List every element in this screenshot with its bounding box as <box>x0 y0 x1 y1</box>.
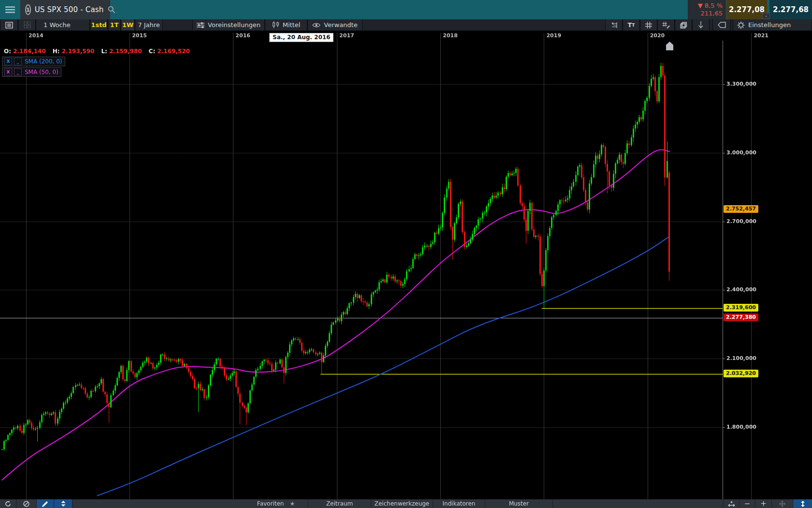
crosshair-icon[interactable] <box>772 499 793 508</box>
timeframe-1w-button[interactable]: 1W <box>121 19 135 30</box>
sma200-legend: X _ SMA (200, 0) <box>2 57 65 66</box>
search-icon[interactable] <box>108 6 116 14</box>
grid-settings-icon[interactable] <box>640 19 657 30</box>
zoom-out-button[interactable]: − <box>740 499 755 508</box>
sma200-remove-button[interactable]: X <box>4 58 12 65</box>
sliders-icon <box>197 22 204 29</box>
snap-magnet-icon[interactable] <box>692 19 710 30</box>
change-points: 211,65 <box>688 10 723 17</box>
star-icon: ★ <box>290 500 295 507</box>
instrument-number-badge: 1 <box>25 4 31 15</box>
eye-icon <box>312 22 320 28</box>
daily-change-badge: ▼ 8,5 % 211,65 <box>688 0 726 19</box>
sma50-remove-button[interactable]: X <box>4 68 12 76</box>
instrument-tab[interactable]: 1 US SPX 500 - Cash <box>20 0 110 19</box>
favorites-tab[interactable]: Favoriten ★ <box>244 499 308 508</box>
range-select[interactable]: 7 Jahre <box>135 19 163 30</box>
refresh-icon[interactable] <box>0 499 16 508</box>
date-tooltip: Sa., 20 Aug. 2016 <box>269 33 334 42</box>
related-markets-button[interactable]: Verwandte <box>307 19 362 30</box>
sma50-minimize-button[interactable]: _ <box>14 68 22 76</box>
text-size-icon[interactable]: TT <box>623 19 640 30</box>
price-chart-canvas[interactable] <box>0 31 812 499</box>
zoom-in-button[interactable]: + <box>755 499 772 508</box>
sma200-minimize-button[interactable]: _ <box>14 58 22 65</box>
close-value: 2.169,520 <box>157 48 190 55</box>
layers-icon[interactable] <box>675 19 692 30</box>
ohlc-legend: O: 2.184,140H: 2.193,590L: 2.159,980C: 2… <box>4 48 190 55</box>
patterns-tab[interactable]: Muster <box>485 499 553 508</box>
grid-edit-icon[interactable] <box>657 19 675 30</box>
open-value: 2.184,140 <box>13 48 46 55</box>
sell-price-button[interactable]: 2.277,08 <box>726 0 767 19</box>
candles-icon <box>272 21 279 29</box>
scale-to-fit-icon[interactable] <box>605 19 623 30</box>
presets-button[interactable]: Voreinstellungen <box>192 19 265 30</box>
top-bar: 1 US SPX 500 - Cash ▼ 8,5 % 211,65 2.277… <box>0 0 812 19</box>
change-arrow-icon: ▼ <box>698 2 703 9</box>
disable-drawings-icon[interactable] <box>16 499 37 508</box>
bottom-toolbar: Favoriten ★ Zeitraum Zeichenwerkzeuge In… <box>0 499 812 508</box>
timeframe-1h-button[interactable]: 1std <box>90 19 108 30</box>
gear-icon <box>737 21 745 29</box>
zoom-fit-width-icon[interactable] <box>723 499 740 508</box>
high-value: 2.193,590 <box>62 48 95 55</box>
settings-button[interactable]: Einstellungen <box>733 19 812 30</box>
timeframe-1d-button[interactable]: 1T <box>108 19 121 30</box>
label-tag-icon[interactable] <box>712 19 731 30</box>
sma200-label: SMA (200, 0) <box>25 58 62 65</box>
instrument-title: US SPX 500 - Cash <box>35 5 104 14</box>
zeitraum-tab[interactable]: Zeitraum <box>308 499 371 508</box>
change-percent: 8,5 % <box>705 2 723 9</box>
collapse-ticket-button[interactable]: - <box>762 13 770 19</box>
layout-grid-icon[interactable] <box>18 19 36 30</box>
chart-toolbar: 1 Woche 1std 1T 1W 7 Jahre Voreinstellun… <box>0 19 812 31</box>
auto-scale-vertical-button[interactable] <box>793 499 812 508</box>
sma50-label: SMA (50, 0) <box>25 69 58 75</box>
draw-pencil-button[interactable] <box>37 499 54 508</box>
sma50-legend: X _ SMA (50, 0) <box>2 67 61 77</box>
hamburger-menu-icon[interactable] <box>0 0 20 19</box>
buy-price-button[interactable]: 2.277,68 <box>769 0 812 19</box>
sort-updown-button[interactable] <box>54 499 72 508</box>
drawing-tools-tab[interactable]: Zeichenwerkzeuge <box>371 499 433 508</box>
low-value: 2.159,980 <box>109 48 142 55</box>
indicator-mittel-button[interactable]: Mittel <box>265 19 307 30</box>
indicators-tab[interactable]: Indikatoren <box>433 499 485 508</box>
watchlist-icon[interactable] <box>0 19 18 30</box>
period-select[interactable]: 1 Woche <box>36 19 90 30</box>
